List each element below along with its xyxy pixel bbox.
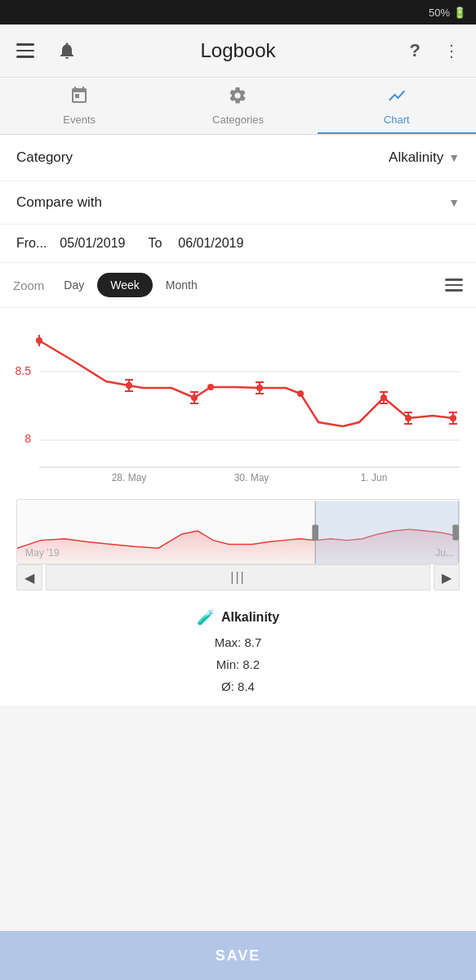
zoom-row: Zoom Day Week Month bbox=[0, 263, 476, 308]
scroll-navigation: ◀ ||| ▶ bbox=[16, 564, 460, 590]
category-value: Alkalinity bbox=[389, 149, 443, 166]
bell-button[interactable] bbox=[54, 38, 80, 64]
zoom-day-button[interactable]: Day bbox=[51, 273, 97, 297]
tab-events-label: Events bbox=[63, 114, 96, 126]
category-dropdown[interactable]: Alkalinity ▼ bbox=[389, 149, 460, 166]
app-title: Logbook bbox=[200, 39, 275, 62]
zoom-week-button[interactable]: Week bbox=[97, 273, 153, 297]
main-chart-svg: 8.5 8 28. May 30. May 1. Jun bbox=[8, 316, 468, 496]
y-axis-label-85: 8.5 bbox=[16, 364, 32, 377]
chart-area: 8.5 8 28. May 30. May 1. Jun bbox=[0, 308, 476, 590]
calendar-icon bbox=[69, 86, 89, 110]
scroll-right-button[interactable]: ▶ bbox=[434, 564, 460, 590]
stats-section: 🧪 Alkalinity Max: 8.7 Min: 8.2 Ø: 8.4 bbox=[0, 594, 476, 706]
category-label: Category bbox=[16, 149, 73, 166]
mini-handle-left[interactable] bbox=[312, 524, 318, 540]
save-button-container: SAVE bbox=[0, 931, 476, 980]
more-button[interactable]: ⋮ bbox=[440, 38, 463, 64]
x-axis-label-28may: 28. May bbox=[112, 472, 147, 483]
date-to-label: To bbox=[148, 236, 162, 251]
tab-categories-label: Categories bbox=[212, 114, 264, 126]
mini-chart: May '19 Ju... bbox=[16, 499, 460, 564]
x-axis-label-30may: 30. May bbox=[234, 472, 269, 483]
y-axis-label-8: 8 bbox=[24, 432, 31, 445]
save-button[interactable]: SAVE bbox=[0, 931, 476, 980]
mini-chart-svg bbox=[17, 500, 459, 564]
data-point-5 bbox=[297, 390, 304, 397]
chart-icon bbox=[387, 86, 407, 110]
chart-line bbox=[39, 341, 453, 426]
stats-title: Alkalinity bbox=[221, 610, 279, 625]
mini-chart-left-label: May '19 bbox=[25, 547, 60, 559]
help-icon: ? bbox=[410, 40, 420, 61]
more-icon: ⋮ bbox=[443, 41, 460, 60]
scroll-handle-icon: ||| bbox=[230, 570, 245, 585]
main-content: Category Alkalinity ▼ Compare with ▼ Fro… bbox=[0, 135, 476, 706]
stats-avg: Ø: 8.4 bbox=[16, 675, 460, 697]
chart-menu-button[interactable] bbox=[445, 278, 463, 292]
zoom-label: Zoom bbox=[13, 278, 44, 292]
tab-navigation: Events Categories Chart bbox=[0, 77, 476, 135]
tab-categories[interactable]: Categories bbox=[158, 78, 317, 134]
compare-label: Compare with bbox=[16, 194, 102, 211]
date-to-value[interactable]: 06/01/2019 bbox=[178, 236, 243, 251]
scroll-center-handle[interactable]: ||| bbox=[46, 564, 430, 590]
stats-min: Min: 8.2 bbox=[16, 653, 460, 675]
scroll-left-button[interactable]: ◀ bbox=[16, 564, 42, 590]
app-bar-right: ? ⋮ bbox=[407, 37, 463, 65]
category-filter-row: Category Alkalinity ▼ bbox=[0, 135, 476, 181]
menu-icon bbox=[16, 43, 34, 58]
tab-chart-label: Chart bbox=[384, 114, 410, 126]
battery-text: 50% bbox=[429, 7, 450, 19]
date-row: Fro... 05/01/2019 To 06/01/2019 bbox=[0, 225, 476, 263]
stats-title-row: 🧪 Alkalinity bbox=[16, 608, 460, 626]
tab-events[interactable]: Events bbox=[0, 78, 158, 134]
app-bar-left bbox=[13, 38, 80, 64]
zoom-month-button[interactable]: Month bbox=[153, 273, 211, 297]
battery-icon: 🔋 bbox=[453, 7, 466, 19]
mini-handle-right[interactable] bbox=[452, 524, 459, 540]
stats-max: Max: 8.7 bbox=[16, 631, 460, 653]
stats-values: Max: 8.7 Min: 8.2 Ø: 8.4 bbox=[16, 631, 460, 697]
x-axis-label-1jun: 1. Jun bbox=[361, 472, 388, 483]
compare-row: Compare with ▼ bbox=[0, 181, 476, 225]
category-dropdown-arrow: ▼ bbox=[448, 151, 460, 164]
menu-button[interactable] bbox=[13, 40, 38, 61]
bell-icon bbox=[57, 41, 77, 60]
flask-icon: 🧪 bbox=[197, 608, 215, 626]
mini-chart-right-label: Ju... bbox=[435, 547, 454, 559]
compare-dropdown-arrow[interactable]: ▼ bbox=[448, 196, 460, 209]
data-point-3 bbox=[207, 384, 214, 390]
gear-icon bbox=[228, 86, 247, 110]
app-bar: Logbook ? ⋮ bbox=[0, 24, 476, 77]
status-bar: 50% 🔋 bbox=[0, 0, 476, 24]
tab-chart[interactable]: Chart bbox=[318, 78, 476, 134]
date-from-label: Fro... bbox=[16, 236, 47, 251]
help-button[interactable]: ? bbox=[407, 37, 424, 65]
date-from-value[interactable]: 05/01/2019 bbox=[60, 236, 125, 251]
